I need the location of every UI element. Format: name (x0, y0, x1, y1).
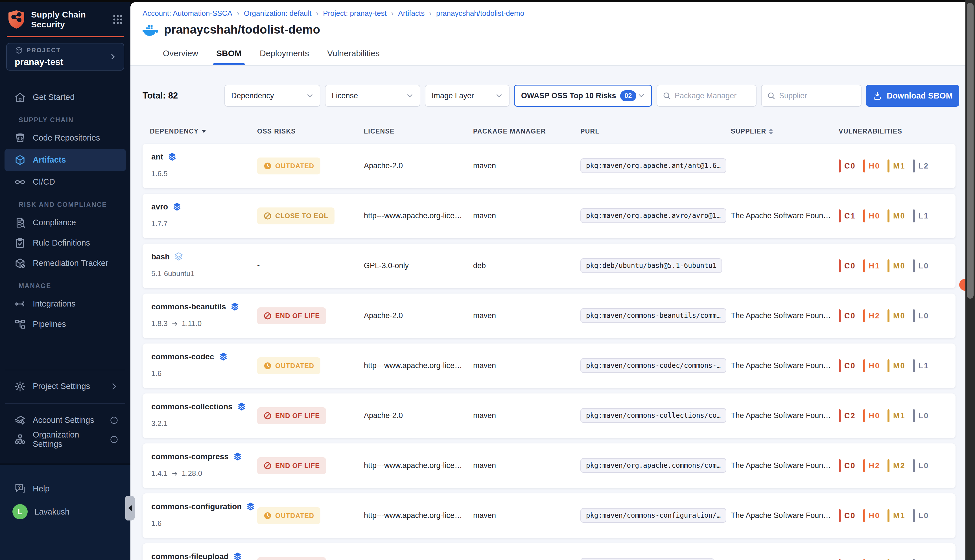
filter-dropdown-dependency[interactable]: Dependency (224, 85, 320, 107)
purl-value[interactable]: pkg:maven/commons-codec/commons-… (580, 358, 726, 373)
table-row[interactable]: ant1.6.5OUTDATEDApache-2.0mavenpkg:maven… (143, 144, 955, 188)
sidebar-item-artifacts[interactable]: Artifacts (5, 149, 126, 171)
purl-value[interactable]: pkg:maven/org.apache.commons/com… (580, 458, 726, 473)
scrollbar-thumb[interactable] (967, 3, 973, 298)
table-row[interactable]: commons-configuration1.6OUTDATEDhttp---w… (143, 493, 955, 538)
filter-dropdown-owasp-oss-top-10-risks[interactable]: OWASP OSS Top 10 Risks02 (514, 85, 652, 107)
purl-value[interactable]: pkg:maven/org.apache.avro/avro@1… (580, 208, 726, 223)
breadcrumb-separator: › (316, 9, 319, 18)
breadcrumb-link[interactable]: pranaycshah/todolist-demo (436, 9, 524, 18)
severity-bar (913, 459, 915, 472)
download-sbom-button[interactable]: Download SBOM (866, 85, 959, 107)
column-header-purl[interactable]: PURL (580, 128, 600, 135)
sidebar-item-get-started[interactable]: Get Started (5, 88, 126, 107)
severity-count: C0 (844, 262, 856, 270)
breadcrumb-link[interactable]: Artifacts (398, 9, 425, 18)
sidebar-collapse-handle[interactable] (125, 496, 135, 520)
filter-dropdown-image-layer[interactable]: Image Layer (425, 85, 510, 107)
project-selector[interactable]: PROJECT pranay-test (6, 43, 124, 70)
filter-dropdown-license[interactable]: License (325, 85, 420, 107)
table-row[interactable]: commons-compress1.4.11.28.0END OF LIFEht… (143, 443, 955, 488)
purl-value[interactable]: pkg:maven/commons-beanutils/comm… (580, 308, 726, 323)
search-input-supplier[interactable] (779, 92, 856, 100)
info-icon (110, 435, 118, 444)
chevron-down-icon (495, 92, 503, 99)
layers-icon (219, 352, 228, 361)
sidebar-item-organization-settings[interactable]: Organization Settings (5, 430, 126, 449)
purl-value[interactable]: pkg:maven/commons-configuration/… (580, 508, 726, 523)
column-header-label: OSS RISKS (257, 128, 296, 135)
sidebar-item-pipelines[interactable]: Pipelines (5, 315, 126, 333)
breadcrumb-link[interactable]: Account: Automation-SSCA (143, 9, 232, 18)
severity-count: C1 (844, 212, 856, 220)
search-input-package-manager[interactable] (675, 92, 751, 100)
tab-overview[interactable]: Overview (160, 41, 202, 65)
purl-value[interactable]: pkg:maven/commons-collections/co… (580, 408, 726, 423)
dependency-name: avro (151, 202, 168, 211)
vulnerabilities-cell: C0H0M1L2 (839, 160, 929, 172)
purl-value[interactable]: pkg:maven/org.apache.ant/ant@1.6… (580, 158, 726, 173)
severity-bar (887, 309, 890, 322)
column-header-license[interactable]: LICENSE (364, 128, 395, 135)
breadcrumb-link[interactable]: Organization: default (244, 9, 312, 18)
tab-deployments[interactable]: Deployments (256, 41, 312, 65)
sidebar-item-compliance[interactable]: Compliance (5, 213, 126, 232)
sidebar-item-help[interactable]: ? Help (5, 479, 126, 498)
column-header-supplier[interactable]: SUPPLIER (731, 128, 773, 135)
severity-count: M0 (893, 362, 905, 370)
tab-sbom[interactable]: SBOM (213, 41, 245, 65)
breadcrumb-link[interactable]: Project: pranay-test (323, 9, 387, 18)
sidebar-item-ci-cd[interactable]: CI/CD (5, 173, 126, 192)
sidebar-item-user[interactable]: L Lavakush (5, 502, 126, 521)
chevron-right-icon (110, 382, 118, 391)
clock-icon (263, 512, 272, 520)
vuln-h-count: H0 (863, 160, 880, 172)
dropdown-label: OWASP OSS Top 10 Risks (521, 92, 616, 100)
sidebar-item-account-settings[interactable]: Account Settings (5, 411, 126, 430)
layers-icon (246, 502, 255, 511)
purl-value[interactable]: pkg:maven/commons-fileupload/… (580, 558, 714, 560)
project-cube-icon (15, 46, 23, 55)
vuln-h-count: H0 (863, 409, 880, 422)
risk-badge: OUTDATED (257, 158, 320, 175)
oss-risk-cell: END OF LIFE (257, 457, 326, 474)
column-header-vulnerabilities[interactable]: VULNERABILITIES (839, 128, 902, 135)
purl-value[interactable]: pkg:deb/ubuntu/bash@5.1-6ubuntu1 (580, 258, 722, 273)
sidebar-item-project-settings[interactable]: Project Settings (5, 377, 126, 396)
table-row[interactable]: commons-fileuploadEND OF LIFEApache-2.0m… (143, 543, 955, 560)
table-row[interactable]: bash5.1-6ubuntu1-GPL-3.0-onlydebpkg:deb/… (143, 243, 955, 288)
table-row[interactable]: commons-codec1.6OUTDATEDhttp---www.apach… (143, 343, 955, 388)
sidebar-item-code-repositories[interactable]: Code Repositories (5, 129, 126, 147)
column-header-oss-risks[interactable]: OSS RISKS (257, 128, 296, 135)
page-scrollbar[interactable] (965, 0, 975, 560)
search-icon (662, 91, 671, 100)
sidebar-item-label: Integrations (33, 299, 76, 308)
page-title: pranaycshah/todolist-demo (164, 23, 320, 37)
severity-bar (887, 409, 890, 422)
package-manager-cell: maven (473, 461, 496, 470)
vuln-m-count: M2 (887, 459, 905, 472)
vuln-l-count: L1 (913, 359, 929, 372)
severity-bar (913, 359, 915, 372)
table-row[interactable]: commons-collections3.2.1END OF LIFEApach… (143, 393, 955, 438)
tab-vulnerabilities[interactable]: Vulnerabilities (324, 41, 383, 65)
column-header-dependency[interactable]: DEPENDENCY (150, 128, 206, 135)
column-header-package-manager[interactable]: PACKAGE MANAGER (473, 128, 546, 135)
dependency-cell: commons-compress1.4.11.28.0 (151, 452, 242, 478)
dependency-name: commons-collections (151, 402, 233, 411)
search-box-package-manager (657, 85, 757, 107)
breadcrumb-separator: › (391, 9, 394, 18)
severity-count: L0 (918, 312, 929, 320)
dependency-cell: commons-configuration1.6 (151, 502, 255, 528)
severity-count: C0 (844, 362, 856, 370)
table-row[interactable]: avro1.7.7CLOSE TO EOLhttp---www.apache.o… (143, 193, 955, 238)
package-manager-cell: maven (473, 361, 496, 370)
sidebar-item-rule-definitions[interactable]: Rule Definitions (5, 234, 126, 252)
dependency-name: bash (151, 252, 170, 261)
table-row[interactable]: commons-beanutils1.8.31.11.0END OF LIFEA… (143, 293, 955, 338)
dependency-name: commons-compress (151, 452, 228, 461)
module-switcher-grid-icon[interactable] (112, 13, 123, 25)
sidebar-item-label: Organization Settings (33, 430, 110, 449)
sidebar-item-integrations[interactable]: Integrations (5, 295, 126, 313)
sidebar-item-remediation-tracker[interactable]: Remediation Tracker (5, 254, 126, 273)
